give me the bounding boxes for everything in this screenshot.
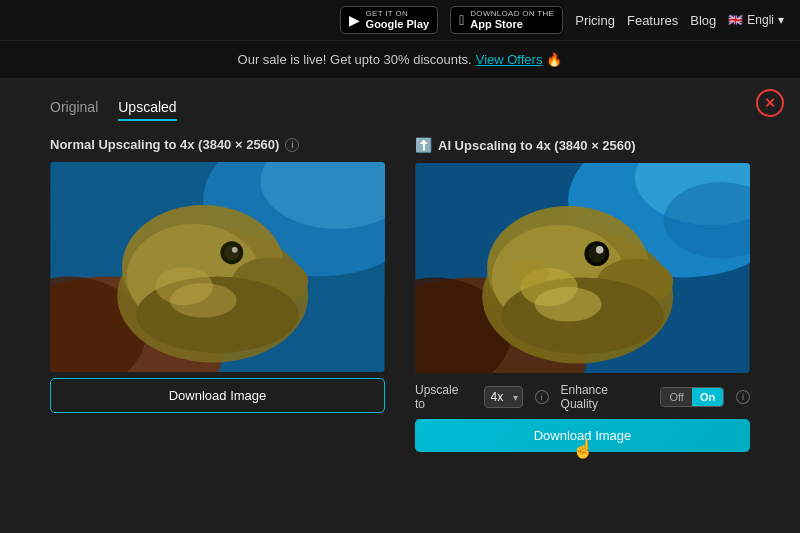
left-info-icon[interactable]: i xyxy=(285,138,299,152)
left-panel: Normal Upscaling to 4x (3840 × 2560) i xyxy=(50,137,385,452)
toggle-off-option[interactable]: Off xyxy=(661,388,691,406)
right-download-button[interactable]: Download Image ☝ xyxy=(415,419,750,452)
upscale-controls: Upscale to 4x 2x 8x i Enhance Quality Of… xyxy=(415,383,750,411)
tab-original[interactable]: Original xyxy=(50,99,98,121)
google-play-button[interactable]: ▶ GET IT ON Google Play xyxy=(340,6,439,34)
tab-upscaled[interactable]: Upscaled xyxy=(118,99,176,121)
blog-link[interactable]: Blog xyxy=(690,13,716,28)
enhance-info-icon[interactable]: i xyxy=(736,390,750,404)
fire-emoji: 🔥 xyxy=(546,52,562,67)
svg-point-27 xyxy=(596,246,604,254)
chevron-down-icon: ▾ xyxy=(778,13,784,27)
left-image xyxy=(50,162,385,372)
language-selector[interactable]: 🇬🇧 Engli ▾ xyxy=(728,13,784,27)
google-play-name: Google Play xyxy=(366,18,430,30)
close-button[interactable]: ✕ xyxy=(756,89,784,117)
features-link[interactable]: Features xyxy=(627,13,678,28)
upscale-to-label: Upscale to xyxy=(415,383,472,411)
svg-point-31 xyxy=(511,258,549,287)
upscale-select-wrapper: 4x 2x 8x xyxy=(484,386,523,408)
google-play-sub: GET IT ON xyxy=(366,10,430,19)
toggle-on-option[interactable]: On xyxy=(692,388,723,406)
google-play-icon: ▶ xyxy=(349,12,360,28)
comparison-panels: Normal Upscaling to 4x (3840 × 2560) i xyxy=(50,137,750,452)
lang-label: Engli xyxy=(747,13,774,27)
left-panel-title: Normal Upscaling to 4x (3840 × 2560) i xyxy=(50,137,385,152)
view-offers-link[interactable]: View Offers xyxy=(476,52,543,67)
svg-point-14 xyxy=(170,283,237,317)
lizard-svg-right xyxy=(415,163,750,373)
lizard-normal xyxy=(50,162,385,372)
enhance-quality-toggle: Off On xyxy=(660,387,724,407)
upscale-info-icon[interactable]: i xyxy=(535,390,549,404)
lizard-svg-left xyxy=(50,162,385,372)
app-store-name: App Store xyxy=(470,18,554,30)
right-panel-title: ⬆️ AI Upscaling to 4x (3840 × 2560) xyxy=(415,137,750,153)
sale-banner: Our sale is live! Get upto 30% discounts… xyxy=(0,41,800,79)
pricing-link[interactable]: Pricing xyxy=(575,13,615,28)
svg-point-10 xyxy=(224,245,239,260)
app-store-button[interactable]:  Download on the App Store xyxy=(450,6,563,34)
svg-point-11 xyxy=(232,247,238,253)
right-panel: ⬆️ AI Upscaling to 4x (3840 × 2560) xyxy=(415,137,750,452)
left-download-button[interactable]: Download Image xyxy=(50,378,385,413)
tab-bar: Original Upscaled xyxy=(50,99,750,121)
app-store-sub: Download on the xyxy=(470,10,554,19)
close-icon: ✕ xyxy=(764,95,776,111)
enhance-quality-label: Enhance Quality xyxy=(561,383,649,411)
right-download-area: Download Image ☝ xyxy=(415,419,750,452)
main-content: ✕ Original Upscaled Normal Upscaling to … xyxy=(0,79,800,533)
right-image xyxy=(415,163,750,373)
upscale-select[interactable]: 4x 2x 8x xyxy=(484,386,523,408)
banner-text: Our sale is live! Get upto 30% discounts… xyxy=(238,52,472,67)
ai-upscale-icon: ⬆️ xyxy=(415,137,432,153)
flag-icon: 🇬🇧 xyxy=(728,13,743,27)
apple-icon:  xyxy=(459,12,464,28)
header: ▶ GET IT ON Google Play  Download on th… xyxy=(0,0,800,41)
svg-point-30 xyxy=(535,287,602,321)
